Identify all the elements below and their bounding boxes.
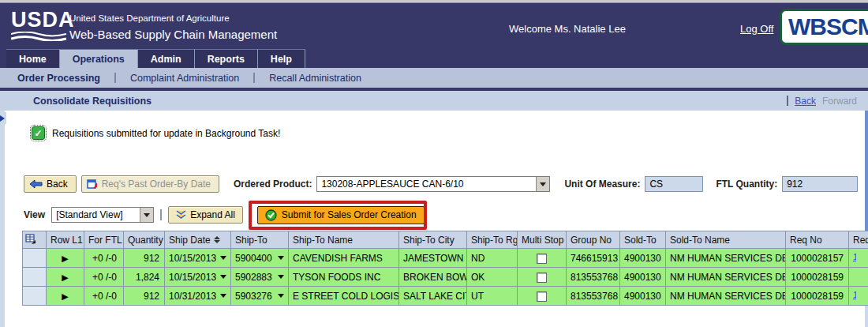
grid-settings-icon: [25, 234, 36, 244]
multi-stop-checkbox[interactable]: [537, 254, 547, 264]
col-quantity: Quantity: [124, 231, 165, 249]
multi-stop-cell: [518, 249, 567, 268]
expand-all-button[interactable]: Expand All: [168, 206, 243, 224]
row-selector-cell[interactable]: [23, 287, 47, 306]
ship-to-rg-cell: OK: [467, 268, 518, 287]
row-expander-cell[interactable]: ▶: [47, 287, 84, 306]
ship-to-cell[interactable]: 5903276: [231, 287, 289, 306]
group-no-cell: 813553768: [567, 268, 620, 287]
down-arrow-icon: [540, 182, 546, 186]
row-expander-cell[interactable]: ▶: [47, 249, 84, 268]
ship-to-cell[interactable]: 5900400: [231, 249, 289, 268]
masthead: USDA United States Department of Agricul…: [0, 3, 868, 49]
select-all-header[interactable]: [23, 231, 47, 249]
ship-date-dropdown-icon[interactable]: [220, 256, 226, 260]
req-link-stub[interactable]: 1: [853, 252, 856, 261]
quantity-cell: 912: [124, 287, 165, 306]
history-back-link[interactable]: Back: [795, 96, 816, 107]
view-select[interactable]: [Standard View]: [51, 207, 154, 223]
page-title: Consolidate Requisitions: [0, 96, 152, 107]
uom-field: CS: [645, 176, 703, 192]
submit-sales-order-button[interactable]: Submit for Sales Order Creation: [257, 206, 425, 224]
ship-to-dropdown-icon[interactable]: [278, 275, 284, 279]
sold-to-cell: 4900130: [620, 287, 666, 306]
view-dropdown-icon[interactable]: [140, 208, 153, 222]
ship-to-city-cell: SALT LAKE CITY: [399, 287, 467, 306]
app-title: Web-Based Supply Chain Management: [69, 28, 277, 41]
log-off-link[interactable]: Log Off: [740, 23, 773, 35]
dept-line: United States Department of Agriculture: [69, 13, 230, 23]
ship-to-name-cell: CAVENDISH FARMS: [289, 249, 399, 268]
reqs-past-label: Req's Past Order-By Date: [102, 179, 211, 190]
ship-date-dropdown-icon[interactable]: [220, 294, 226, 298]
tab-home[interactable]: Home: [6, 49, 60, 68]
view-label: View: [24, 209, 45, 220]
ship-to-dropdown-icon[interactable]: [278, 294, 284, 298]
subnav-order-processing[interactable]: Order Processing: [9, 73, 108, 84]
row-selector-cell[interactable]: [23, 268, 47, 287]
tab-reports[interactable]: Reports: [195, 49, 258, 68]
tab-operations[interactable]: Operations: [60, 49, 138, 68]
multi-stop-checkbox[interactable]: [537, 272, 547, 283]
multi-stop-cell: [518, 268, 567, 287]
sold-to-cell: 4900130: [620, 249, 666, 268]
multi-stop-cell: [518, 287, 567, 306]
tab-help[interactable]: Help: [258, 49, 305, 68]
ship-date-dropdown-icon[interactable]: [220, 275, 226, 279]
main-tab-bar: Home Operations Admin Reports Help: [0, 49, 868, 68]
req-link-cell[interactable]: 1: [849, 268, 868, 287]
ship-date-header-label: Ship Date: [169, 235, 211, 246]
ordered-product-select[interactable]: 130208-APPLESAUCE CAN-6/10: [316, 176, 550, 192]
panel-expander[interactable]: [0, 112, 6, 124]
subnav-separator: [114, 73, 116, 83]
ftl-quantity-label: FTL Quantity:: [716, 179, 777, 190]
col-sold-to: Sold-To: [620, 231, 666, 249]
row-expander-icon[interactable]: ▶: [62, 272, 68, 282]
sub-nav: Order Processing Complaint Administratio…: [0, 68, 868, 88]
ship-to-city-cell: BROKEN BOW: [399, 268, 467, 287]
for-ftl-cell: +0 /-0: [84, 287, 124, 306]
req-link-stub[interactable]: 1: [853, 290, 856, 299]
usda-waves-icon: [11, 32, 66, 41]
ordered-product-dropdown-icon[interactable]: [536, 177, 549, 191]
row-expander-cell[interactable]: ▶: [47, 268, 84, 287]
back-arrow-icon: [29, 179, 43, 189]
reqs-past-order-by-date-button[interactable]: Req's Past Order-By Date: [81, 175, 219, 193]
status-message-text: Requisitions submitted for update in Bac…: [52, 128, 280, 139]
ship-date-cell[interactable]: 10/15/2013: [165, 268, 231, 287]
ship-to-city-cell: JAMESTOWN: [399, 249, 467, 268]
multi-stop-checkbox[interactable]: [537, 291, 547, 302]
ship-date-cell[interactable]: 10/15/2013: [165, 249, 231, 268]
back-button[interactable]: Back: [24, 175, 77, 193]
ship-to-cell[interactable]: 5902883: [231, 268, 289, 287]
table-row: ▶ +0 /-0 912 10/31/2013 5903276 E STREET…: [23, 287, 868, 306]
col-ship-to-name: Ship-To Name: [289, 231, 399, 249]
col-row-l1: Row L1: [47, 231, 84, 249]
ship-to-rg-cell: UT: [467, 287, 518, 306]
sort-icon[interactable]: [214, 236, 220, 243]
subnav-recall-administration[interactable]: Recall Administration: [261, 73, 369, 84]
req-link-cell[interactable]: 1: [849, 249, 868, 268]
submit-sales-order-label: Submit for Sales Order Creation: [282, 209, 417, 220]
ship-date-cell[interactable]: 10/31/2013: [165, 287, 231, 306]
col-req: Req: [849, 231, 868, 249]
req-link-cell[interactable]: 1: [849, 287, 868, 306]
row-selector-cell[interactable]: [23, 249, 47, 268]
col-group-no: Group No: [567, 231, 620, 249]
usda-logo-text: USDA: [11, 9, 75, 31]
panel-expander-icon: [0, 115, 5, 122]
down-arrow-icon: [144, 213, 150, 217]
ship-to-rg-cell: ND: [467, 249, 518, 268]
row-expander-icon[interactable]: ▶: [62, 291, 68, 301]
ship-to-dropdown-icon[interactable]: [278, 256, 284, 260]
wbscm-logo-text: WBSCM: [788, 13, 868, 40]
tab-admin[interactable]: Admin: [138, 49, 195, 68]
col-sold-to-name: Sold-To Name: [666, 231, 786, 249]
grid-toolbar-separator: [160, 209, 162, 220]
table-header-row: Row L1 For FTL Quantity Ship Date Ship-T…: [23, 231, 868, 249]
group-no-cell: 746615913: [567, 249, 620, 268]
subnav-complaint-administration[interactable]: Complaint Administration: [122, 73, 247, 84]
row-expander-icon[interactable]: ▶: [62, 254, 68, 263]
sold-to-name-cell: NM HUMAN SERVICES DEPT: [666, 287, 786, 306]
left-panel-strip: [0, 111, 5, 327]
